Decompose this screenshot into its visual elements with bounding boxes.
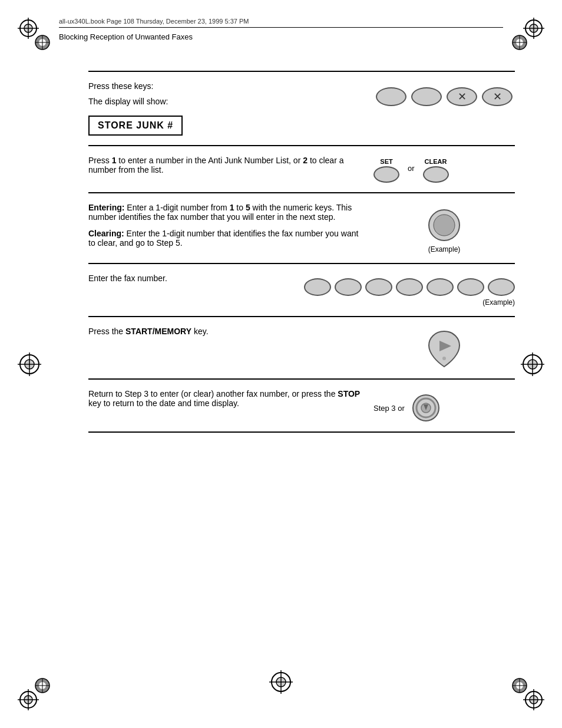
set-label: SET (380, 158, 392, 165)
main-content: Press these keys: The display will show:… (88, 71, 515, 433)
numeric-keys-row (304, 278, 515, 296)
num-key-7 (488, 278, 515, 296)
clearing-text: Clearing: Enter the 1-digit number that … (88, 229, 362, 248)
row-6-text: Return to Step 3 to enter (or clear) ano… (88, 389, 362, 408)
single-key-icon (427, 207, 462, 243)
key-oval-x2: ✕ (482, 87, 513, 106)
row-4-visual: (Example) (304, 274, 515, 307)
num-key-3 (365, 278, 392, 296)
corner-mark-tr (509, 18, 544, 53)
key-oval-x1: ✕ (447, 87, 477, 106)
header: all-ux340L.book Page 108 Thursday, Decem… (59, 18, 503, 41)
corner-mark-tl (18, 18, 53, 53)
row-4: Enter the fax number. (Example) (88, 263, 515, 316)
num-key-6 (457, 278, 484, 296)
start-memory-text: Press the START/MEMORY key. (88, 327, 209, 336)
press-keys-label: Press these keys: (88, 81, 362, 91)
row-3: Entering: Enter a 1-digit number from 1 … (88, 192, 515, 263)
clear-label: CLEAR (425, 158, 447, 165)
or-text: or (408, 164, 415, 173)
stop-key-icon (412, 394, 440, 422)
page-title: Blocking Reception of Unwanted Faxes (59, 32, 503, 41)
svg-point-45 (434, 215, 455, 236)
row-3-example: (Example) (428, 245, 461, 253)
row-6: Return to Step 3 to enter (or clear) ano… (88, 378, 515, 433)
svg-point-47 (442, 357, 446, 360)
row-5-visual (373, 327, 515, 369)
num-key-4 (396, 278, 423, 296)
corner-mark-br (509, 675, 544, 710)
row-1-visual: ✕ ✕ (373, 81, 515, 106)
bottom-center-mark (269, 670, 293, 696)
num-key-2 (335, 278, 362, 296)
enter-fax-number: Enter the fax number. (88, 274, 167, 283)
row-5-text: Press the START/MEMORY key. (88, 327, 362, 336)
row-5: Press the START/MEMORY key. (88, 316, 515, 378)
clear-key (423, 166, 449, 183)
start-key-icon (427, 329, 462, 369)
num-key-5 (427, 278, 454, 296)
step-3-or-label: Step 3 or (373, 404, 405, 413)
side-mark-right (521, 353, 544, 376)
side-mark-left (18, 353, 41, 376)
file-info: all-ux340L.book Page 108 Thursday, Decem… (59, 18, 249, 25)
row-4-text: Enter the fax number. (88, 274, 292, 283)
row-1: Press these keys: The display will show:… (88, 71, 515, 145)
row-6-visual: Step 3 or (373, 389, 515, 422)
corner-mark-bl (18, 675, 53, 710)
clear-group: CLEAR (423, 158, 449, 183)
row-2-text-content: Press 1 to enter a number in the Anti Ju… (88, 156, 343, 174)
row-1-text: Press these keys: The display will show:… (88, 81, 362, 136)
row-2-visual: SET or CLEAR (373, 156, 515, 183)
num-key-1 (304, 278, 331, 296)
display-will-show-label: The display will show: (88, 97, 362, 106)
display-box: STORE JUNK # (88, 116, 183, 136)
key-oval-1 (376, 87, 406, 106)
return-step-text: Return to Step 3 to enter (or clear) ano… (88, 389, 360, 408)
set-group: SET (373, 158, 399, 183)
key-oval-2 (411, 87, 442, 106)
row-3-visual: (Example) (373, 203, 515, 253)
entering-text: Entering: Enter a 1-digit number from 1 … (88, 203, 362, 222)
row-2-text: Press 1 to enter a number in the Anti Ju… (88, 156, 362, 174)
row-2: Press 1 to enter a number in the Anti Ju… (88, 145, 515, 192)
row-4-example: (Example) (482, 298, 515, 307)
set-key (373, 166, 399, 183)
row-3-text: Entering: Enter a 1-digit number from 1 … (88, 203, 362, 248)
